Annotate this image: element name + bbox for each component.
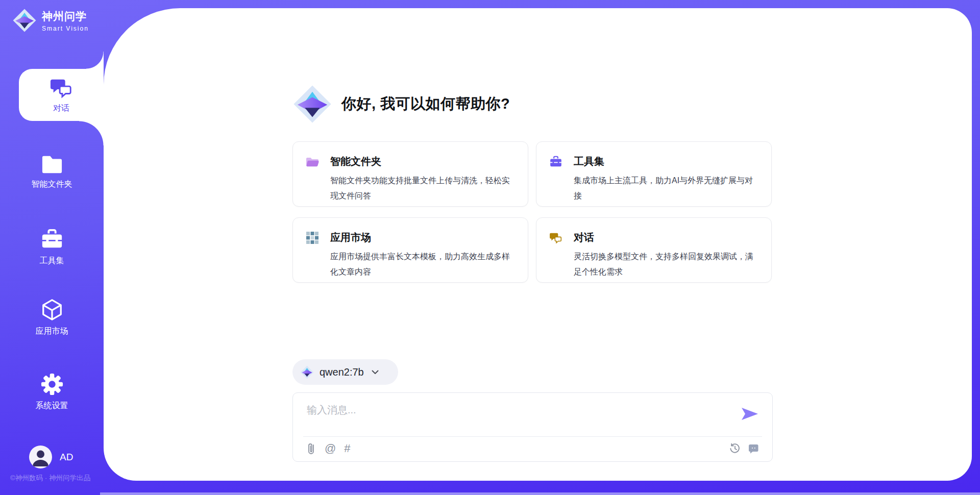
brand-diamond-icon — [12, 8, 37, 33]
copyright-footer: ©神州数码 · 神州问学出品 — [10, 474, 90, 483]
card-title: 对话 — [574, 231, 757, 244]
main-panel: 你好, 我可以如何帮助你? 智能文件夹 智能文件夹功能支持批量文件上传与清洗，轻… — [104, 8, 972, 481]
feature-cards: 智能文件夹 智能文件夹功能支持批量文件上传与清洗，轻松实现文件问答 工具集 集成… — [292, 141, 773, 283]
chevron-down-icon — [372, 370, 379, 375]
sidebar-item-label: 对话 — [53, 103, 69, 114]
toolbox-icon — [40, 228, 64, 251]
sidebar-item-label: 应用市场 — [36, 326, 68, 337]
sidebar-item-label: 工具集 — [40, 256, 64, 266]
sidebar-item-chat[interactable]: 对话 — [19, 69, 104, 121]
open-folder-icon — [306, 155, 319, 168]
history-icon[interactable] — [729, 443, 741, 454]
model-name: qwen2:7b — [320, 366, 364, 378]
brand-name: 神州问学 — [42, 9, 89, 23]
card-description: 应用市场提供丰富长文本模板，助力高效生成多样化文章内容 — [330, 249, 513, 280]
card-title: 工具集 — [574, 155, 757, 168]
message-input[interactable] — [307, 403, 725, 433]
card-toolset[interactable]: 工具集 集成市场上主流工具，助力AI与外界无缝扩展与对接 — [536, 141, 772, 207]
bottom-edge-strip — [100, 492, 980, 495]
greeting: 你好, 我可以如何帮助你? — [292, 84, 773, 124]
model-diamond-icon — [300, 365, 314, 379]
composer-divider — [303, 436, 762, 437]
sidebar-item-label: 智能文件夹 — [32, 179, 72, 190]
assistant-diamond-icon — [292, 84, 332, 124]
chat-bubbles-icon — [549, 231, 562, 244]
brand-subtitle: Smart Vision — [42, 25, 89, 32]
card-description: 灵活切换多模型文件，支持多样回复效果调试，满足个性化需求 — [574, 249, 757, 280]
greeting-title: 你好, 我可以如何帮助你? — [341, 94, 510, 114]
avatar[interactable] — [29, 445, 52, 468]
card-description: 智能文件夹功能支持批量文件上传与清洗，轻松实现文件问答 — [330, 173, 513, 204]
gear-icon — [40, 373, 64, 396]
person-icon — [29, 445, 52, 468]
folder-icon — [40, 153, 64, 175]
message-composer: @ # — [292, 392, 773, 462]
chat-bubbles-icon — [50, 76, 73, 100]
card-title: 应用市场 — [330, 231, 513, 244]
brand-logo: 神州问学 Smart Vision — [12, 8, 89, 33]
sidebar-item-label: 系统设置 — [36, 401, 68, 411]
sidebar-item-smart-folder[interactable]: 智能文件夹 — [0, 153, 104, 190]
sidebar-item-toolset[interactable]: 工具集 — [0, 228, 104, 266]
card-title: 智能文件夹 — [330, 155, 513, 168]
feedback-bubble-icon[interactable] — [748, 443, 759, 454]
grid-cube-icon — [306, 231, 319, 244]
sidebar: 神州问学 Smart Vision 对话 智能文件夹 工具集 应用市场 — [0, 0, 104, 495]
send-button[interactable] — [741, 407, 758, 420]
user-name: AD — [60, 452, 73, 463]
user-account[interactable]: AD — [29, 445, 73, 468]
card-chat[interactable]: 对话 灵活切换多模型文件，支持多样回复效果调试，满足个性化需求 — [536, 217, 772, 283]
mention-icon[interactable]: @ — [325, 443, 336, 454]
card-smart-folder[interactable]: 智能文件夹 智能文件夹功能支持批量文件上传与清洗，轻松实现文件问答 — [292, 141, 528, 207]
card-app-market[interactable]: 应用市场 应用市场提供丰富长文本模板，助力高效生成多样化文章内容 — [292, 217, 528, 283]
sidebar-item-settings[interactable]: 系统设置 — [0, 373, 104, 411]
hashtag-icon[interactable]: # — [344, 443, 350, 454]
attach-file-icon[interactable] — [306, 442, 316, 455]
cube-icon — [40, 298, 64, 321]
sidebar-item-app-market[interactable]: 应用市场 — [0, 298, 104, 337]
toolbox-icon — [549, 155, 562, 168]
model-selector[interactable]: qwen2:7b — [292, 359, 398, 385]
card-description: 集成市场上主流工具，助力AI与外界无缝扩展与对接 — [574, 173, 757, 204]
send-arrow-icon — [741, 407, 758, 420]
